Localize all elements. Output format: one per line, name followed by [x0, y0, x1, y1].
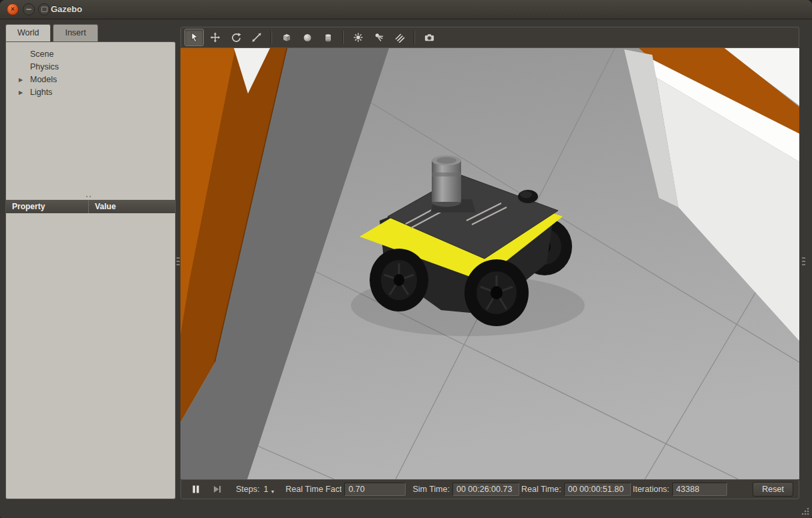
steps-value: 1: [263, 485, 268, 494]
tab-world[interactable]: World: [5, 24, 51, 41]
gazebo-window: × Gazebo World Insert Scene Physics ▶Mod…: [0, 0, 812, 518]
playback-bar: Steps: 1 ▼ Real Time Fact Sim Time: Real…: [180, 479, 799, 499]
tree-item-models[interactable]: ▶Models: [6, 74, 175, 86]
world-panel: Scene Physics ▶Models ▶Lights Property V…: [5, 41, 176, 499]
select-tool-button[interactable]: [184, 29, 204, 46]
toolbar-separator: [414, 31, 415, 44]
column-resize-grip[interactable]: [86, 196, 92, 197]
translate-icon: [210, 32, 221, 43]
sphere-icon: [302, 32, 313, 43]
property-column-header: Property: [6, 200, 89, 213]
directional-light-icon: [394, 32, 405, 43]
point-light-icon: [353, 32, 364, 43]
scene-toolbar: [180, 27, 799, 48]
chevron-down-icon[interactable]: ▼: [270, 489, 275, 494]
property-table-header: Property Value: [6, 200, 175, 213]
toolbar-separator: [271, 31, 272, 44]
world-tree: Scene Physics ▶Models ▶Lights: [6, 42, 175, 99]
expander-icon[interactable]: ▶: [19, 86, 23, 99]
resize-grip[interactable]: [801, 507, 810, 516]
tree-item-lights[interactable]: ▶Lights: [6, 86, 175, 99]
scale-icon: [251, 32, 262, 43]
antenna-mount: [518, 190, 538, 203]
sim-time-label: Sim Time:: [412, 485, 450, 494]
wheel-front-left: [370, 249, 428, 311]
minimize-icon: [26, 9, 31, 10]
minimize-button[interactable]: [23, 3, 35, 15]
real-time-factor-field[interactable]: [344, 483, 406, 496]
left-splitter-grip[interactable]: [176, 257, 180, 265]
pause-icon: [191, 485, 200, 494]
camera-icon: [424, 32, 435, 43]
steps-spinner[interactable]: 1 ▼: [259, 485, 275, 494]
sim-time-field[interactable]: [452, 483, 519, 496]
tree-item-physics[interactable]: Physics: [6, 61, 175, 74]
right-splitter-grip[interactable]: [802, 257, 805, 265]
render-viewport: Steps: 1 ▼ Real Time Fact Sim Time: Real…: [180, 27, 799, 499]
maximize-button[interactable]: [38, 3, 50, 15]
wheel-front-right: [464, 259, 529, 326]
real-time-field[interactable]: [564, 483, 631, 496]
scene-canvas[interactable]: [180, 48, 799, 479]
spot-light-icon: [374, 32, 384, 43]
translate-tool-button[interactable]: [205, 29, 225, 46]
value-column-header: Value: [89, 200, 116, 213]
sphere-button[interactable]: [297, 29, 317, 46]
real-time-factor-label: Real Time Fact: [285, 485, 342, 494]
point-light-button[interactable]: [348, 29, 368, 46]
directional-light-button[interactable]: [390, 29, 409, 46]
box-icon: [281, 32, 292, 43]
step-button[interactable]: [208, 482, 227, 497]
sidebar-tabs: World Insert: [5, 24, 100, 41]
maximize-icon: [41, 7, 47, 12]
cylinder-icon: [323, 32, 333, 43]
iterations-label: Iterations:: [633, 485, 670, 494]
expander-icon[interactable]: ▶: [19, 74, 23, 86]
iterations-field[interactable]: [672, 483, 727, 496]
reset-button[interactable]: Reset: [753, 482, 793, 497]
pause-button[interactable]: [186, 482, 205, 497]
window-title: Gazebo: [51, 0, 82, 19]
rotate-tool-button[interactable]: [226, 29, 245, 46]
screenshot-button[interactable]: [420, 29, 439, 46]
rotate-icon: [231, 32, 241, 43]
tab-insert[interactable]: Insert: [53, 24, 98, 41]
steps-label: Steps:: [236, 485, 259, 494]
select-arrow-icon: [189, 32, 200, 43]
spot-light-button[interactable]: [369, 29, 388, 46]
title-bar[interactable]: × Gazebo: [0, 0, 812, 19]
scale-tool-button[interactable]: [247, 29, 266, 46]
box-button[interactable]: [277, 29, 296, 46]
step-forward-icon: [213, 485, 222, 494]
close-button[interactable]: ×: [7, 3, 19, 15]
cylinder-button[interactable]: [318, 29, 337, 46]
tree-item-scene[interactable]: Scene: [6, 48, 175, 61]
real-time-label: Real Time:: [521, 485, 561, 494]
toolbar-separator: [342, 31, 344, 44]
